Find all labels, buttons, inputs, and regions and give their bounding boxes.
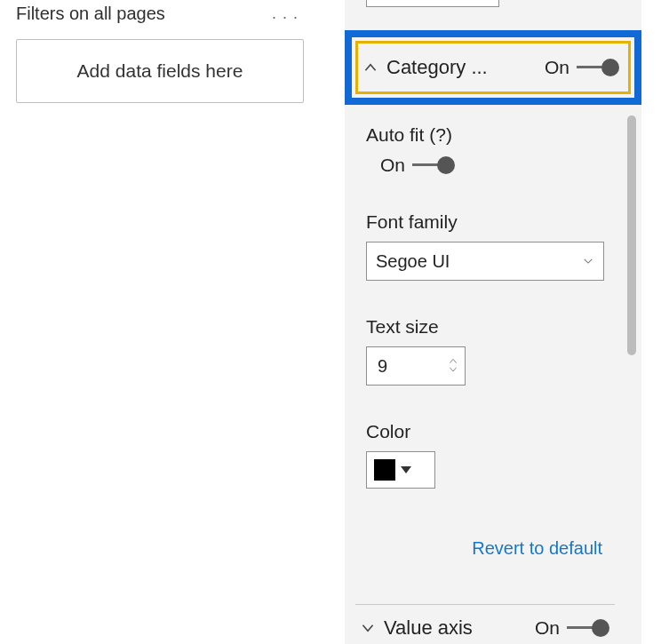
scrollbar-thumb[interactable] [627, 115, 636, 355]
color-block: Color [366, 421, 606, 489]
font-family-select[interactable]: Segoe UI [366, 242, 604, 281]
spinner-arrows[interactable] [445, 357, 465, 375]
chevron-up-icon [448, 357, 458, 366]
dropdown-triangle-icon [401, 466, 411, 473]
text-size-block: Text size 9 [366, 316, 606, 386]
toggle-state-text: On [535, 617, 560, 639]
revert-to-default-link[interactable]: Revert to default [366, 538, 606, 559]
filters-dropzone-placeholder: Add data fields here [77, 60, 243, 82]
more-options-button[interactable]: . . . [267, 1, 304, 27]
category-axis-expander[interactable]: Category ... On [355, 41, 631, 94]
text-size-label: Text size [366, 316, 606, 338]
value-axis-expander[interactable]: Value axis On [355, 612, 615, 644]
chevron-down-icon [582, 255, 594, 267]
category-axis-toggle[interactable]: On [545, 57, 619, 78]
text-size-spinner[interactable]: 9 [366, 346, 466, 386]
filters-title: Filters on all pages [16, 4, 165, 24]
filters-dropzone[interactable]: Add data fields here [16, 39, 304, 103]
toggle-state-text: On [380, 155, 405, 176]
color-swatch [374, 459, 395, 481]
toggle-switch-icon [567, 619, 609, 637]
category-props: Auto fit (?) On Font family Segoe UI [366, 124, 606, 559]
tutorial-highlight: Category ... On [345, 30, 641, 105]
color-picker[interactable] [366, 451, 435, 489]
autofit-label: Auto fit (?) [366, 124, 606, 146]
color-label: Color [366, 421, 606, 442]
filters-header: Filters on all pages . . . [16, 0, 304, 27]
font-family-label: Font family [366, 211, 606, 233]
value-axis-label: Value axis [384, 616, 526, 640]
font-family-block: Font family Segoe UI [366, 211, 606, 281]
toggle-state-text: On [545, 57, 569, 78]
chevron-down-icon [361, 621, 375, 635]
autofit-toggle[interactable]: On [366, 155, 606, 176]
category-axis-label: Category ... [386, 56, 536, 79]
section-divider [355, 604, 615, 605]
value-axis-toggle[interactable]: On [535, 617, 609, 639]
autofit-block: Auto fit (?) On [366, 124, 606, 176]
toggle-switch-icon [577, 59, 619, 76]
format-inner: Category ... On Auto fit (?) On [345, 0, 641, 644]
cropped-input-fragment [366, 0, 499, 7]
text-size-value: 9 [367, 356, 445, 377]
chevron-up-icon [363, 60, 378, 75]
chevron-down-icon [448, 366, 458, 375]
format-pane: Category ... On Auto fit (?) On [345, 0, 641, 644]
toggle-switch-icon [412, 156, 455, 174]
filters-pane: Filters on all pages . . . Add data fiel… [0, 0, 320, 586]
font-family-value: Segoe UI [376, 251, 450, 272]
